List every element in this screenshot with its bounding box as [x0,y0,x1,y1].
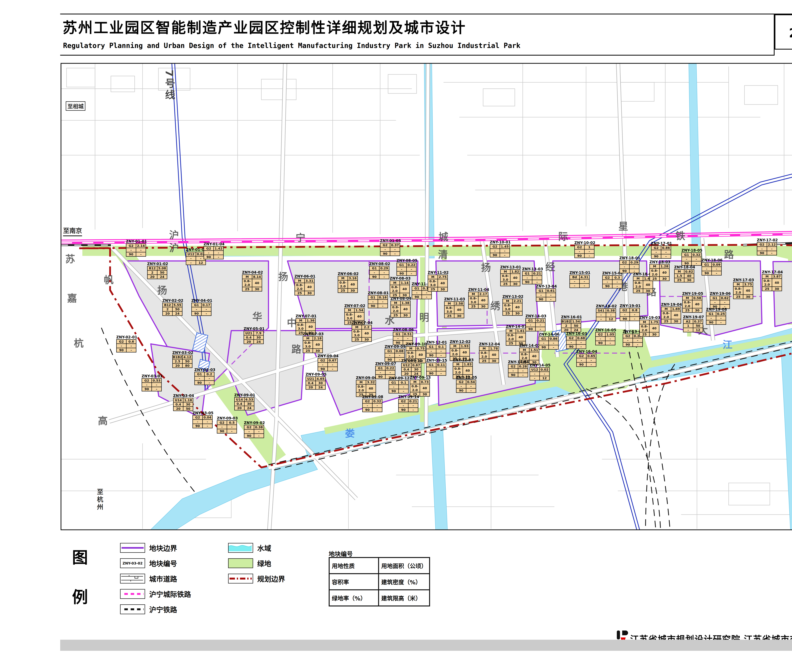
plot-table-ZNY-09-14[interactable]: ZNY-09-14G20.21--90- [398,395,419,412]
plot-code: ZNY-14-03 [526,314,546,318]
plot-table-ZNY-09-01[interactable]: ZNY-09-01U146.530.4302024 [234,393,255,410]
plot-table-ZNY-07-04[interactable]: ZNY-07-04M2.20.8-3.0402530 [352,321,372,342]
plot-table-ZNY-18-03[interactable]: ZNY-18-03M1.280.8-2.0402530 [649,260,670,281]
road-name-char: 江 [723,337,733,351]
plot-code: ZNY-19-04 [661,302,682,307]
plot-table-ZNY-12-04[interactable]: ZNY-12-04M1.780.8-2.0402530 [479,342,500,363]
legend-item-green: 绿地 [228,558,271,568]
plot-table-ZNY-05-01[interactable]: ZNY-05-01U217.90.4302024 [244,326,265,344]
plot-table-ZNY-11-03[interactable]: ZNY-11-03M2.580.8-3.0402530 [444,297,465,318]
plot-code: ZNY-01-05 [380,238,401,243]
plot-table-ZNY-12-05[interactable]: ZNY-12-05G20.54--90- [456,375,477,393]
plot-table-ZNY-18-06[interactable]: ZNY-18-06G10.09--90- [702,258,723,275]
plot-table-ZNY-02-02[interactable]: ZNY-02-02B125.552502024 [162,298,183,316]
plot-code: ZNY-06-02 [338,272,359,276]
plot-table-ZNY-17-04[interactable]: ZNY-17-04M3.870.8-2.0402530 [762,270,783,291]
legend-item-label: 沪宁铁路 [149,604,177,614]
plot-table-ZNY-09-04[interactable]: ZNY-09-04G20.67--90- [317,354,338,371]
plot-table-ZNY-03-03[interactable]: ZNY-03-03G10.2--90- [194,368,215,385]
plot-table-ZNY-19-07[interactable]: ZNY-19-07A20.37150-12 [683,315,704,332]
plot-table-ZNY-16-01[interactable]: ZNY-16-01B1B21.542502024 [561,315,582,332]
plot-table-ZNY-19-08[interactable]: ZNY-19-08G10.25--90- [706,307,727,325]
plot-table-ZNY-11-02[interactable]: ZNY-11-02M2.750.8-3.0402530 [428,270,449,292]
plot-table-ZNY-18-01[interactable]: ZNY-18-01G20.29--90- [619,256,640,273]
plot-number-swatch: ZNY-03-02 [120,559,144,568]
road-name-char: 沪 [169,227,179,242]
road-name-char: 明 [419,310,429,324]
plot-table-ZNY-10-02[interactable]: ZNY-10-02G21--90- [574,241,595,258]
plot-code: ZNY-16-01 [561,315,582,319]
plot-table-ZNY-08-02[interactable]: ZNY-08-02G10.29--90- [369,262,390,279]
plot-table-ZNY-13-01[interactable]: ZNY-13-01M1.820.8-3.0402530 [500,265,521,286]
plot-table-ZNY-09-15[interactable]: ZNY-09-15G10.11--90- [426,358,447,376]
plot-table-ZNY-01-02[interactable]: ZNY-01-02B125.082502024 [147,262,168,279]
plot-table-ZNY-12-02[interactable]: ZNY-12-02M1.930.8-2.0402530 [450,340,471,361]
plot-table-ZNY-16-03[interactable]: ZNY-16-03G20.68--90- [566,331,587,349]
plot-indicators: M3.870.8-2.0402530 [762,274,782,291]
plot-table-ZNY-09-11[interactable]: ZNY-09-11U120.670.4302024 [401,358,422,376]
plot-table-ZNY-17-02[interactable]: ZNY-17-02G22.12--90- [757,238,778,255]
plot-table-ZNY-02-01[interactable]: ZNY-02-01G20.6--90- [116,335,137,352]
plot-indicators: G10.16--90- [368,295,388,308]
plot-table-ZNY-09-12[interactable]: ZNY-09-12G10.1--90- [388,376,409,394]
plot-indicators: M8.140.8-2.0402530 [242,274,262,291]
plot-table-ZNY-08-01[interactable]: ZNY-08-01G10.16--90- [368,291,389,308]
plot-table-ZNY-19-05[interactable]: ZNY-19-05M0.580.8-2.0402530 [682,291,703,313]
plot-table-ZNY-13-03[interactable]: ZNY-13-03G10.21--90- [522,267,543,284]
plot-code: ZNY-09-08 [362,395,383,399]
plot-table-ZNY-09-13[interactable]: ZNY-09-13M0.730.8-2.0402530 [410,375,431,397]
plot-table-ZNY-08-03[interactable]: ZNY-08-03M1.140.8-2.0402530 [390,276,410,298]
plot-table-ZNY-06-01[interactable]: ZNY-06-01M3.310.8-2.0402530 [295,274,315,296]
plot-table-ZNY-06-02[interactable]: ZNY-06-02M3.160.8-2.0402530 [338,272,359,293]
plot-table-ZNY-14-06[interactable]: ZNY-14-06G10.86--90- [539,332,560,350]
plot-table-ZNY-08-05[interactable]: ZNY-08-05G10.22--90- [396,258,417,276]
plot-table-ZNY-19-03[interactable]: ZNY-19-03M1.750.8-2.0402530 [639,315,660,337]
plot-table-ZNY-01-04[interactable]: ZNY-01-04G21.42--90- [204,242,224,259]
plot-table-ZNY-09-02[interactable]: ZNY-09-02G20.38--90- [244,421,265,438]
plot-table-ZNY-13-04[interactable]: ZNY-13-04G10.61--90- [536,284,557,302]
plot-code: ZNY-17-03 [733,278,754,282]
plot-table-ZNY-09-06[interactable]: ZNY-09-06M3.320.8-2.0402530 [356,376,377,397]
plot-table-ZNY-09-05[interactable]: ZNY-09-05U214.650.4302024 [306,372,327,390]
plot-table-ZNY-16-05[interactable]: ZNY-16-05G21.05--90- [595,328,616,346]
plot-table-ZNY-15-01[interactable]: ZNY-15-01Bd4.31---- [569,270,590,288]
plot-table-ZNY-04-02[interactable]: ZNY-04-02M8.140.8-2.0402530 [242,270,263,291]
plot-indicators: M0.730.8-2.0402530 [410,379,430,397]
plot-table-ZNY-19-06[interactable]: ZNY-19-06G10.62--90- [710,291,731,309]
plot-table-ZNY-17-01[interactable]: ZNY-17-01G20.86--90- [651,241,672,259]
plot-table-ZNY-19-01[interactable]: ZNY-19-01G20.8--90- [620,304,641,321]
plot-table-ZNY-15-02[interactable]: ZNY-15-02G20.3--90- [602,271,623,288]
plot-code: ZNY-17-01 [651,241,672,245]
plot-table-ZNY-03-04[interactable]: ZNY-03-04U141.180.4302050 [173,394,194,411]
plot-table-ZNY-13-02[interactable]: ZNY-13-02M2.210.8-3.0402530 [502,294,523,316]
plot-table-ZNY-12-01[interactable]: ZNY-12-01G10.1--90- [426,340,447,358]
plot-table-ZNY-09-03[interactable]: ZNY-09-03G20.5--90- [217,416,238,434]
plot-table-ZNY-14-04[interactable]: ZNY-14-04G20.28--90- [508,360,529,377]
plot-table-ZNY-07-03[interactable]: ZNY-07-03M2.180.8-3.0402530 [303,332,324,353]
plot-code: ZNY-07-03 [303,332,324,336]
plot-table-ZNY-14-05[interactable]: ZNY-14-05U120.02---12 [529,363,550,381]
plot-table-ZNY-10-01[interactable]: ZNY-10-01G21.45--90- [490,240,511,258]
plot-table-ZNY-16-04[interactable]: ZNY-16-04G20.65--90- [576,349,597,367]
plot-table-ZNY-14-03[interactable]: ZNY-14-03G10.21--90- [526,314,546,331]
plot-table-ZNY-18-04[interactable]: ZNY-18-04M0.621.5402530 [674,265,695,283]
plot-table-ZNY-03-05[interactable]: ZNY-03-05G20.04--90- [192,411,213,428]
plot-indicators: M1.380.8-2.0402530 [390,301,410,318]
plot-table-ZNY-03-01[interactable]: ZNY-03-01G20.53--90- [142,374,162,391]
plot-indicators: G20.38--90- [244,425,264,438]
plot-table-ZNY-09-08[interactable]: ZNY-09-08G20.32--90- [362,395,383,412]
plot-table-ZNY-01-05[interactable]: ZNY-01-05G20.37--90- [380,238,401,256]
plot-table-ZNY-08-04[interactable]: ZNY-08-04M1.380.8-2.0402530 [390,296,411,318]
plot-indicators: G10.29--90- [369,266,390,279]
plot-table-ZNY-01-01[interactable]: ZNY-01-01G22.14--90- [126,239,147,257]
plot-code: ZNY-08-02 [369,262,390,266]
plot-table-ZNY-14-01[interactable]: ZNY-14-01M1.610.8-2.0402530 [506,325,527,346]
plot-table-ZNY-17-03[interactable]: ZNY-17-03M3.750.8-2.0402530 [733,278,754,299]
plot-table-ZNY-18-05[interactable]: ZNY-18-05G10.32--90- [681,248,702,266]
plot-table-ZNY-19-04[interactable]: ZNY-19-04M1.690.8-2.0402530 [661,302,682,324]
plot-table-ZNY-16-02[interactable]: ZNY-16-02S410.38---12 [596,304,617,322]
bottom-gray-strip [60,640,792,651]
plot-table-ZNY-04-01[interactable]: ZNY-04-01G10.17--90- [191,298,212,316]
plot-table-ZNY-11-04[interactable]: ZNY-11-04M2.170.8-3.0402530 [468,288,489,309]
plot-table-ZNY-03-02[interactable]: ZNY-03-02B1B24.122.5502080 [172,350,193,368]
